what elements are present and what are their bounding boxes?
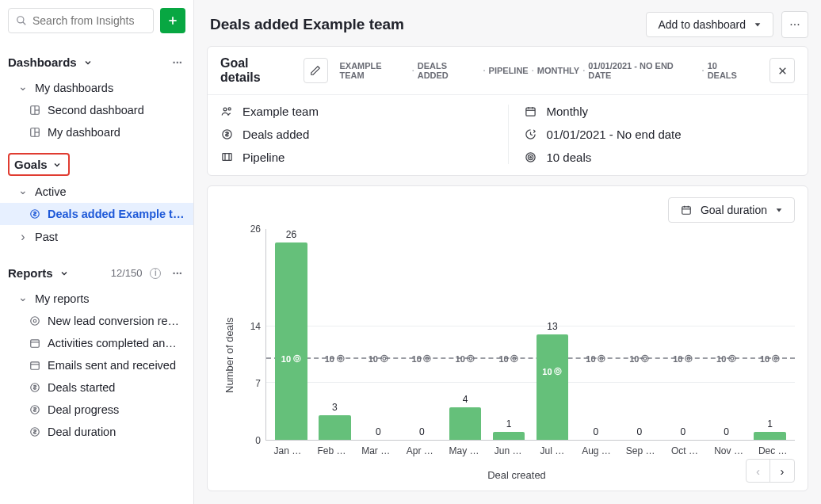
my-reports-label: My reports <box>35 292 90 305</box>
detail-icon <box>220 105 233 118</box>
bar[interactable] <box>537 334 569 440</box>
goal-details-heading: Goal details <box>220 56 292 85</box>
xtick: Sep … <box>618 441 663 456</box>
search-input-wrap[interactable] <box>8 8 154 33</box>
ytick: 7 <box>255 378 261 389</box>
currency-icon <box>29 208 41 220</box>
goal-badge: 10 <box>760 354 780 364</box>
chevron-down-icon <box>82 56 94 69</box>
sidebar-item-dashboard[interactable]: My dashboard <box>0 121 193 143</box>
my-dashboards-group[interactable]: My dashboards <box>0 77 193 99</box>
breadcrumb-item: PIPELINE <box>489 66 529 75</box>
edit-button[interactable] <box>304 58 329 83</box>
chevron-down-icon <box>17 292 29 305</box>
chart-xlabel: Deal created <box>239 469 795 481</box>
xtick: Feb … <box>310 441 354 456</box>
goal-duration-label: Goal duration <box>701 204 767 216</box>
goal-badge: 10 <box>586 354 605 364</box>
bar[interactable] <box>319 415 351 440</box>
goals-past-group[interactable]: Past <box>0 225 193 249</box>
svg-point-47 <box>424 356 430 362</box>
sidebar-item-label: Deals started <box>48 381 115 394</box>
goals-past-label: Past <box>35 231 58 243</box>
bar-column: 010 <box>400 229 444 440</box>
svg-point-63 <box>773 356 779 362</box>
bar-value-label: 26 <box>286 229 296 240</box>
sidebar-item-goal-active[interactable]: Deals added Example t… <box>0 203 193 225</box>
pager-next[interactable]: › <box>770 460 794 482</box>
svg-line-1 <box>23 22 26 25</box>
goal-badge: 10 <box>412 354 432 364</box>
xtick: May … <box>442 441 487 456</box>
report-icon <box>29 426 41 438</box>
breadcrumb-item: 01/01/2021 - NO END DATE <box>588 61 698 80</box>
sidebar-item-report[interactable]: New lead conversion re… <box>0 310 193 332</box>
bar[interactable] <box>449 407 482 440</box>
sidebar: Dashboards ··· My dashboards Second dash… <box>0 0 194 504</box>
sidebar-item-report[interactable]: Deals started <box>0 376 193 399</box>
sidebar-item-label: My dashboard <box>48 126 120 139</box>
svg-point-61 <box>729 356 735 362</box>
xtick: Jun … <box>486 441 530 456</box>
detail-value: 01/01/2021 - No end date <box>547 128 682 141</box>
bar-column: 2610 <box>269 229 313 440</box>
detail-value: Example team <box>242 105 319 118</box>
bar-column: 010 <box>617 229 661 440</box>
goal-duration-button[interactable]: Goal duration <box>668 197 795 223</box>
svg-point-33 <box>526 153 535 162</box>
more-button[interactable]: ··· <box>781 11 808 38</box>
bar[interactable] <box>493 432 525 440</box>
dashboards-header[interactable]: Dashboards ··· <box>0 48 193 77</box>
goals-header[interactable]: Goals <box>8 153 70 176</box>
reports-more-button[interactable]: ··· <box>169 263 185 283</box>
search-input[interactable] <box>32 14 147 27</box>
svg-rect-29 <box>526 108 535 116</box>
bar-value-label: 0 <box>724 426 729 437</box>
add-to-dashboard-button[interactable]: Add to dashboard <box>646 12 773 37</box>
svg-point-54 <box>556 370 559 373</box>
bar-column: 010 <box>705 229 748 440</box>
xtick: Jul … <box>530 441 575 456</box>
svg-point-59 <box>685 356 692 362</box>
info-icon[interactable]: i <box>150 268 161 279</box>
reports-header[interactable]: Reports 12/150 i ··· <box>0 249 193 288</box>
dashboards-more-button[interactable]: ··· <box>169 52 185 72</box>
svg-point-57 <box>642 356 648 362</box>
svg-point-46 <box>383 357 386 361</box>
sidebar-item-report[interactable]: Deal progress <box>0 399 193 421</box>
bar[interactable] <box>275 242 307 440</box>
sidebar-item-report[interactable]: Emails sent and received <box>0 354 193 376</box>
report-icon <box>29 359 41 372</box>
goal-badge: 10 <box>542 367 562 376</box>
xtick: Aug … <box>575 441 619 456</box>
sidebar-item-dashboard[interactable]: Second dashboard <box>0 99 193 121</box>
sidebar-item-label: Deal progress <box>48 403 119 416</box>
svg-point-48 <box>426 357 430 361</box>
sidebar-item-report[interactable]: Activities completed an… <box>0 332 193 354</box>
bar[interactable] <box>754 432 786 440</box>
my-reports-group[interactable]: My reports <box>0 288 193 310</box>
detail-icon <box>220 128 233 141</box>
ytick: 26 <box>250 223 261 235</box>
close-button[interactable] <box>769 58 795 83</box>
page-title: Deals added Example team <box>210 16 638 33</box>
svg-point-60 <box>687 357 690 361</box>
my-dashboards-label: My dashboards <box>35 82 113 94</box>
breadcrumb: EXAMPLE TEAM·DEALS ADDED·PIPELINE·MONTHL… <box>339 61 749 80</box>
add-button[interactable] <box>160 8 185 33</box>
bar-value-label: 4 <box>463 394 468 405</box>
goal-badge: 10 <box>368 354 388 364</box>
detail-icon <box>525 105 537 118</box>
pager-prev[interactable]: ‹ <box>747 460 770 482</box>
bar-column: 310 <box>313 229 357 440</box>
goals-active-group[interactable]: Active <box>0 181 193 203</box>
svg-point-64 <box>774 357 777 361</box>
bar-column: 010 <box>661 229 705 440</box>
goal-badge: 10 <box>281 354 301 364</box>
detail-value: Pipeline <box>242 151 284 164</box>
sidebar-item-report[interactable]: Deal duration <box>0 421 193 443</box>
svg-rect-15 <box>31 362 40 369</box>
bar-value-label: 1 <box>767 418 773 430</box>
chevron-right-icon <box>17 230 29 244</box>
xtick: Jan … <box>265 441 310 456</box>
